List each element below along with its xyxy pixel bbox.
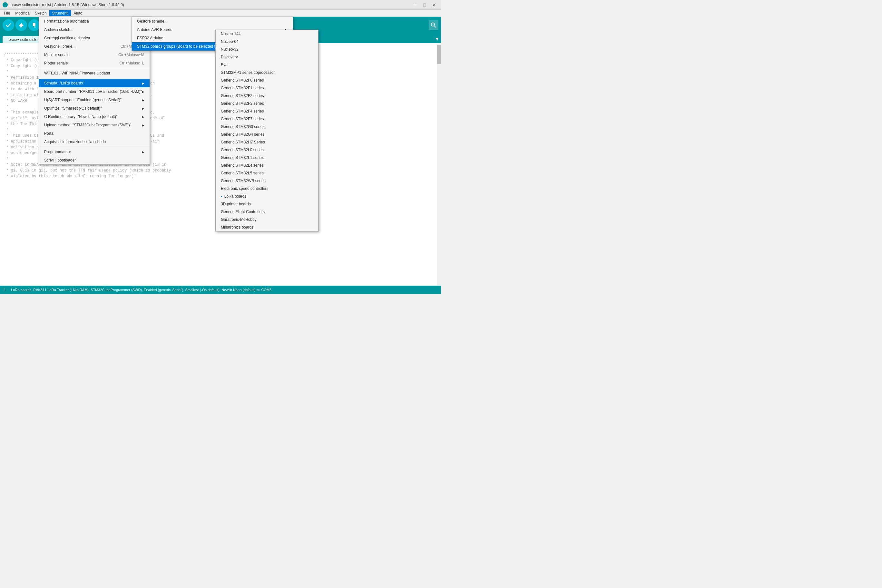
- window-controls: ─ □ ✕: [411, 2, 438, 8]
- menu-aiuto[interactable]: Aiuto: [71, 10, 85, 16]
- menu-item-upload[interactable]: Upload method: "STM32CubeProgrammer (SWD…: [39, 121, 150, 129]
- menu-item-programmatore[interactable]: Programmatore ▶: [39, 148, 150, 156]
- stm32-eval[interactable]: Eval: [216, 61, 318, 69]
- menu-item-plotter[interactable]: Plotter seriale Ctrl+Maiusc+L: [39, 59, 150, 68]
- stm32-f1[interactable]: Generic STM32F1 series: [216, 84, 318, 92]
- stm32-submenu[interactable]: Nucleo-144 Nucleo-64 Nucleo-32 Discovery…: [215, 30, 318, 231]
- status-line-col: 1: [4, 288, 6, 292]
- tab-dropdown-icon[interactable]: ▾: [436, 36, 438, 43]
- stm32-nucleo144[interactable]: Nucleo-144: [216, 30, 318, 38]
- menu-file[interactable]: File: [1, 10, 13, 16]
- stm32-h7[interactable]: Generic STM32H7 Series: [216, 138, 318, 146]
- separator-3: [39, 147, 150, 147]
- title-bar: lorasw-soilmoister-resist | Arduino 1.8.…: [0, 0, 441, 10]
- debug-button[interactable]: [28, 20, 40, 31]
- svg-rect-1: [33, 23, 36, 26]
- maximize-button[interactable]: □: [420, 2, 429, 8]
- menu-strumenti[interactable]: Strumenti: [50, 10, 71, 16]
- stm32-l5[interactable]: Generic STM32L5 series: [216, 169, 318, 177]
- scrollbar-thumb[interactable]: [437, 45, 441, 64]
- verify-button[interactable]: [3, 20, 14, 31]
- separator-2: [39, 78, 150, 78]
- stm32-l0[interactable]: Generic STM32L0 series: [216, 146, 318, 154]
- menu-item-scheda[interactable]: Scheda: "LoRa boards" ▶: [39, 79, 150, 87]
- search-button[interactable]: [429, 20, 438, 30]
- svg-point-9: [431, 23, 435, 26]
- menu-item-acquisisci[interactable]: Acquisisci informazioni sulla scheda: [39, 138, 150, 146]
- menu-item-cruntime[interactable]: C Runtime Library: "Newlib Nano (default…: [39, 112, 150, 121]
- stm32-lora[interactable]: LoRa boards: [216, 192, 318, 200]
- menu-item-bootloader[interactable]: Scrivi il bootloader: [39, 156, 150, 164]
- stm32-f0[interactable]: Generic STM32F0 series: [216, 76, 318, 84]
- window-title: lorasw-soilmoister-resist | Arduino 1.8.…: [10, 3, 411, 7]
- close-button[interactable]: ✕: [430, 2, 438, 8]
- stm32-l4[interactable]: Generic STM32L4 series: [216, 162, 318, 169]
- stm32-mp1[interactable]: STM32MP1 series coprocessor: [216, 69, 318, 76]
- submenu-gestore[interactable]: Gestore schede...: [132, 17, 293, 26]
- editor-tab[interactable]: lorasw-soilmoiste: [3, 36, 42, 43]
- menu-modifica[interactable]: Modifica: [13, 10, 32, 16]
- stm32-gfc[interactable]: Generic Flight Controllers: [216, 208, 318, 216]
- menu-item-boardpart[interactable]: Board part number: "RAK811 LoRa Tracker …: [39, 87, 150, 96]
- status-text: LoRa boards, RAK811 LoRa Tracker (16kb R…: [11, 288, 272, 292]
- stm32-l1[interactable]: Generic STM32L1 series: [216, 154, 318, 162]
- stm32-esc[interactable]: Electronic speed controllers: [216, 185, 318, 192]
- stm32-f3[interactable]: Generic STM32F3 series: [216, 100, 318, 107]
- status-bar: 1 LoRa boards, RAK811 LoRa Tracker (16kb…: [0, 286, 441, 294]
- stm32-wb[interactable]: Generic STM32WB series: [216, 177, 318, 185]
- svg-marker-0: [19, 23, 24, 27]
- menu-item-uart[interactable]: U(S)ART support: "Enabled (generic 'Seri…: [39, 96, 150, 104]
- separator-1: [39, 68, 150, 68]
- svg-line-10: [434, 26, 436, 27]
- stm32-nucleo64[interactable]: Nucleo-64: [216, 38, 318, 45]
- app-icon: [3, 2, 8, 8]
- editor-scrollbar[interactable]: [437, 43, 441, 286]
- stm32-f4[interactable]: Generic STM32F4 series: [216, 107, 318, 115]
- menu-item-monitor[interactable]: Monitor seriale Ctrl+Maiusc+M: [39, 51, 150, 59]
- menu-sketch[interactable]: Sketch: [32, 10, 50, 16]
- stm32-g0[interactable]: Generic STM32G0 series: [216, 123, 318, 130]
- minimize-button[interactable]: ─: [411, 2, 419, 8]
- stm32-discovery[interactable]: Discovery: [216, 53, 318, 61]
- menu-item-wifi[interactable]: WiFi101 / WiFiNINA Firmware Updater: [39, 69, 150, 77]
- stm32-3d[interactable]: 3D printer boards: [216, 200, 318, 208]
- stm32-midatronics[interactable]: Midatronics boards: [216, 224, 318, 231]
- stm32-nucleo32[interactable]: Nucleo-32: [216, 45, 318, 53]
- stm32-garatronic[interactable]: Garatronic-McHobby: [216, 216, 318, 224]
- menu-bar: File Modifica Sketch Strumenti Aiuto: [0, 10, 441, 17]
- menu-item-porta[interactable]: Porta: [39, 129, 150, 138]
- menu-item-optimize[interactable]: Optimize: "Smallest (-Os default)" ▶: [39, 104, 150, 112]
- stm32-g4[interactable]: Generic STM32G4 series: [216, 130, 318, 138]
- upload-button[interactable]: [15, 20, 27, 31]
- stm32-f2[interactable]: Generic STM32F2 series: [216, 92, 318, 100]
- stm32-f7[interactable]: Generic STM32F7 series: [216, 115, 318, 123]
